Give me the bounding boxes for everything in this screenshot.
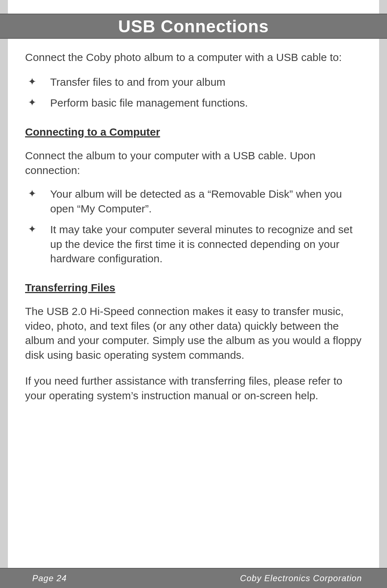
section1-paragraph: Connect the album to your computer with … bbox=[25, 149, 366, 178]
section-heading-transferring: Transferring Files bbox=[25, 281, 366, 295]
list-item: Your album will be detected as a “Remova… bbox=[25, 187, 366, 216]
section2-paragraph2: If you need further assistance with tran… bbox=[25, 374, 366, 403]
title-bar: USB Connections bbox=[0, 14, 387, 39]
list-item: Perform basic file management functions. bbox=[25, 96, 366, 110]
footer-company: Coby Electronics Corporation bbox=[240, 573, 362, 583]
footer-page-number: Page 24 bbox=[32, 573, 67, 583]
section1-bullet-list: Your album will be detected as a “Remova… bbox=[25, 187, 366, 266]
intro-bullet-list: Transfer files to and from your album Pe… bbox=[25, 75, 366, 110]
section-heading-connecting: Connecting to a Computer bbox=[25, 125, 366, 140]
list-item: It may take your computer several minute… bbox=[25, 222, 366, 266]
intro-paragraph: Connect the Coby photo album to a comput… bbox=[25, 50, 366, 65]
content-area: Connect the Coby photo album to a comput… bbox=[25, 50, 366, 414]
page-title: USB Connections bbox=[118, 17, 269, 36]
list-item: Transfer files to and from your album bbox=[25, 75, 366, 90]
section2-paragraph1: The USB 2.0 Hi-Speed connection makes it… bbox=[25, 304, 366, 362]
footer-bar: Page 24 Coby Electronics Corporation bbox=[0, 568, 387, 588]
